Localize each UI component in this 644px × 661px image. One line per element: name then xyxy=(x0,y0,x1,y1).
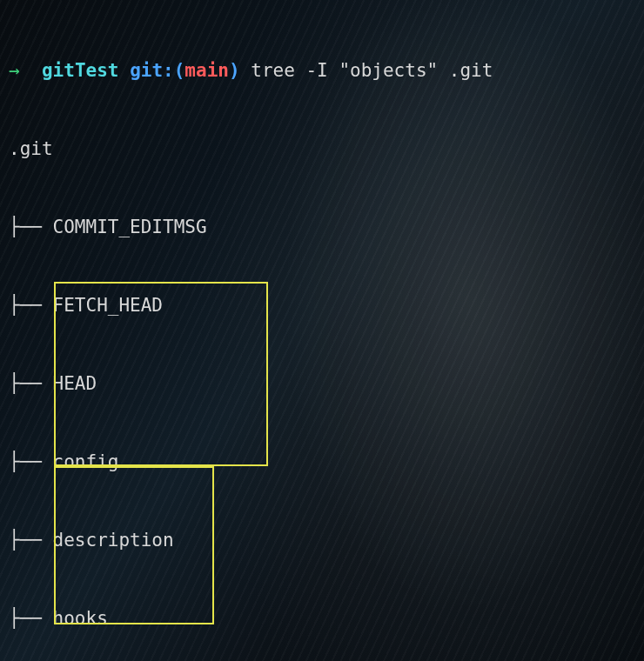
prompt-paren-open: ( xyxy=(174,57,185,83)
tree-row: ├── hooks xyxy=(9,605,635,631)
tree-row: ├── COMMIT_EDITMSG xyxy=(9,214,635,240)
prompt-git-label: git: xyxy=(130,57,174,83)
terminal-output: → gitTest git:(main) tree -I "objects" .… xyxy=(0,0,644,661)
prompt-branch-name: main xyxy=(184,57,229,83)
prompt-directory: gitTest xyxy=(42,57,119,83)
tree-row: ├── HEAD xyxy=(9,371,635,397)
tree-row: ├── description xyxy=(9,527,635,553)
prompt-paren-close: ) xyxy=(229,57,240,83)
command-text: tree -I "objects" .git xyxy=(251,57,493,83)
tree-row: ├── config xyxy=(9,449,635,475)
tree-row: ├── FETCH_HEAD xyxy=(9,292,635,318)
prompt-arrow-icon: → xyxy=(9,57,20,83)
tree-root: .git xyxy=(9,136,635,162)
shell-prompt-line[interactable]: → gitTest git:(main) tree -I "objects" .… xyxy=(9,57,635,83)
